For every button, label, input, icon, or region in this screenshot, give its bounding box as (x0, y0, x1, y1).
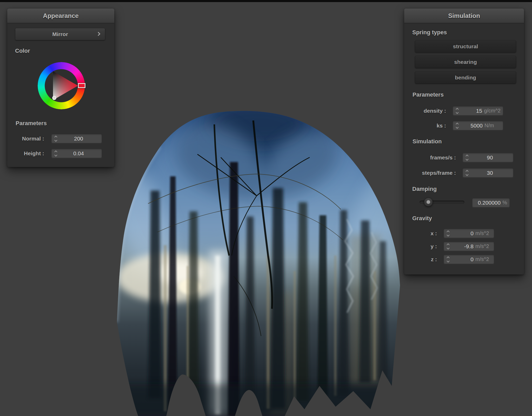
spinner-up-icon[interactable] (54, 136, 57, 138)
viewport-3d-cloth-render[interactable] (112, 110, 404, 416)
gravity-y-unit: m/s^2 (475, 243, 491, 249)
gravity-z-unit: m/s^2 (475, 256, 491, 262)
ks-field[interactable]: 5000 N/m (453, 121, 503, 130)
gravity-x-value[interactable]: 0 (450, 230, 474, 237)
gravity-y-label: y : (415, 241, 437, 251)
appearance-panel-titlebar[interactable]: Appearance (7, 9, 114, 23)
viewport-top-edge (0, 0, 532, 2)
normal-field-label: Normal : (15, 134, 44, 143)
gravity-z-label: z : (415, 254, 437, 264)
gravity-x-spinner[interactable] (446, 231, 450, 236)
gravity-x-unit: m/s^2 (475, 230, 491, 236)
spinner-up-icon[interactable] (466, 170, 468, 173)
appearance-panel: Appearance Mirror Color Parameters Norma… (7, 9, 114, 167)
density-field-spinner[interactable] (455, 108, 459, 113)
ks-field-label: ks : (409, 121, 446, 130)
spring-structural-button[interactable]: structural (415, 40, 516, 52)
height-field-label: Height : (15, 149, 44, 158)
spinner-down-icon[interactable] (447, 259, 449, 262)
damping-value[interactable]: 0.200000 (475, 200, 501, 206)
color-wheel[interactable] (38, 62, 85, 109)
spinner-down-icon[interactable] (54, 153, 57, 156)
spring-types-label: Spring types (412, 29, 447, 36)
color-section-label: Color (15, 48, 30, 54)
spring-shearing-button[interactable]: shearing (415, 56, 516, 68)
normal-field-value[interactable]: 200 (58, 136, 99, 142)
shader-select-label: Mirror (52, 31, 68, 37)
hue-selector-handle[interactable] (78, 83, 85, 88)
spinner-down-icon[interactable] (466, 173, 468, 176)
damping-slider-knob-dot (427, 200, 430, 204)
gravity-x-label: x : (415, 229, 437, 238)
spinner-down-icon[interactable] (466, 158, 468, 160)
height-field-spinner[interactable] (54, 151, 58, 156)
spring-bending-label: bending (455, 75, 476, 81)
damping-value-field[interactable]: 0.200000 % (472, 198, 510, 207)
damping-unit: % (502, 200, 507, 206)
steps-per-frame-value[interactable]: 30 (469, 170, 511, 176)
spinner-up-icon[interactable] (447, 243, 449, 246)
spinner-up-icon[interactable] (456, 123, 458, 125)
gravity-z-field[interactable]: 0 m/s^2 (443, 254, 494, 264)
ks-field-value[interactable]: 5000 (459, 123, 483, 129)
frames-per-s-value[interactable]: 90 (469, 155, 511, 161)
spring-shearing-label: shearing (454, 59, 477, 65)
spinner-down-icon[interactable] (447, 246, 449, 249)
damping-label: Damping (412, 186, 437, 192)
spinner-up-icon[interactable] (447, 256, 449, 259)
spinner-down-icon[interactable] (456, 111, 458, 114)
spinner-down-icon[interactable] (54, 139, 57, 142)
normal-field[interactable]: 200 (51, 134, 102, 143)
height-field-value[interactable]: 0.04 (58, 150, 99, 157)
saturation-value-selector-handle[interactable] (52, 96, 56, 100)
simulation-parameters-label: Parameters (413, 91, 444, 98)
gravity-y-spinner[interactable] (446, 244, 450, 249)
steps-per-frame-spinner[interactable] (465, 170, 469, 176)
density-field[interactable]: 15 g/cm^2 (453, 106, 503, 116)
chevron-right-icon (96, 32, 101, 36)
simulation-panel-titlebar[interactable]: Simulation (404, 9, 524, 23)
simulation-panel: Simulation Spring types structural shear… (404, 9, 524, 274)
frames-per-s-spinner[interactable] (465, 155, 469, 160)
height-field[interactable]: 0.04 (51, 149, 102, 158)
ks-field-unit: N/m (484, 123, 501, 129)
spinner-up-icon[interactable] (466, 155, 468, 157)
frames-per-s-label: frames/s : (415, 153, 456, 162)
density-field-value[interactable]: 15 (459, 108, 482, 114)
density-field-unit: g/cm^2 (484, 108, 501, 114)
spinner-up-icon[interactable] (447, 230, 449, 233)
damping-slider-knob[interactable] (424, 198, 433, 206)
spinner-up-icon[interactable] (456, 108, 458, 111)
gravity-z-spinner[interactable] (446, 257, 450, 262)
ks-field-spinner[interactable] (455, 123, 459, 128)
spinner-down-icon[interactable] (447, 233, 449, 236)
gravity-y-field[interactable]: -9.8 m/s^2 (443, 241, 494, 251)
simulation-panel-title: Simulation (448, 12, 480, 19)
shader-select-button[interactable]: Mirror (15, 28, 105, 40)
spring-bending-button[interactable]: bending (415, 71, 516, 84)
density-field-label: density : (409, 106, 446, 116)
gravity-z-value[interactable]: 0 (450, 256, 474, 263)
appearance-parameters-label: Parameters (16, 120, 47, 127)
appearance-panel-title: Appearance (43, 12, 78, 19)
steps-per-frame-field[interactable]: 30 (462, 168, 514, 178)
frames-per-s-field[interactable]: 90 (462, 153, 514, 162)
spinner-up-icon[interactable] (54, 150, 57, 153)
gravity-x-field[interactable]: 0 m/s^2 (443, 229, 494, 238)
spring-structural-label: structural (453, 43, 478, 50)
gravity-y-value[interactable]: -9.8 (450, 243, 474, 250)
spinner-down-icon[interactable] (456, 126, 458, 129)
gravity-label: Gravity (412, 215, 432, 222)
normal-field-spinner[interactable] (54, 136, 58, 141)
simulation-section-label: Simulation (413, 138, 442, 145)
steps-per-frame-label: steps/frame : (415, 168, 456, 178)
